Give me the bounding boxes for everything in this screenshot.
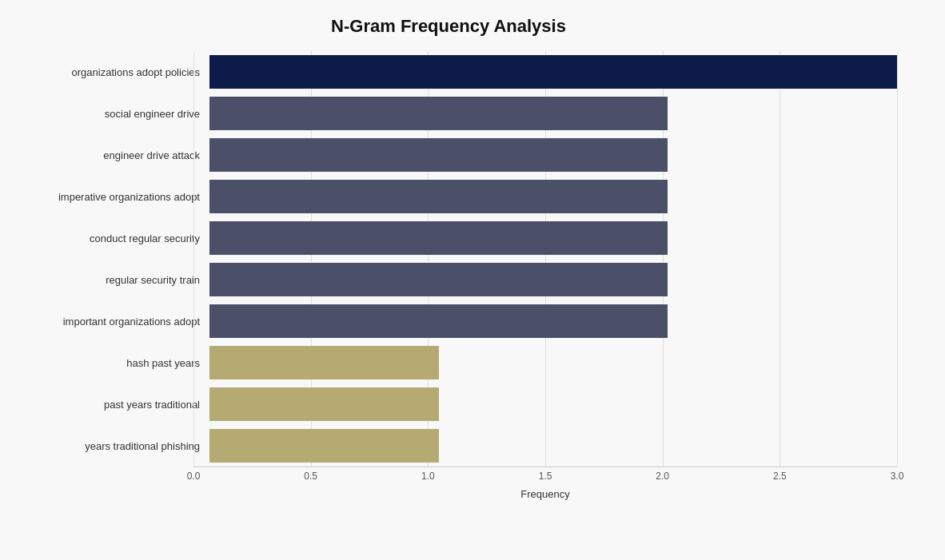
x-tick: 2.0 [656,471,669,482]
bar-row: important organizations adopt [16,300,897,342]
x-tick: 0.0 [187,471,201,482]
bar-track [209,304,897,338]
bar-label: social engineer drive [16,108,209,120]
bar-track [209,97,897,130]
bar-track [209,387,897,421]
chart-container: N-Gram Frequency Analysis organizations … [0,0,945,560]
bar [209,304,668,338]
bar [209,346,439,379]
bar-label: past years traditional [16,399,209,411]
bar-row: organizations adopt policies [16,51,897,93]
bar-label: regular security train [16,274,209,286]
bar-row: social engineer drive [16,93,897,134]
bar-label: imperative organizations adopt [16,191,209,203]
bar-track [209,180,897,213]
bar-track [209,221,897,255]
x-tick: 1.0 [421,471,435,482]
bar-label: important organizations adopt [16,316,209,328]
bar-row: past years traditional [16,383,897,425]
bar-track [209,346,897,379]
x-tick: 2.5 [773,471,787,482]
bar [209,138,668,172]
bar [209,97,668,130]
x-tick: 1.5 [539,471,552,482]
bar-row: engineer drive attack [16,134,897,176]
bars-area: organizations adopt policiessocial engin… [0,51,897,467]
bar-row: regular security train [16,259,897,300]
chart-area: organizations adopt policiessocial engin… [0,51,897,483]
bar-track [209,55,897,89]
x-axis-label: Frequency [0,488,897,500]
bar-row: hash past years [16,342,897,383]
bar [209,221,668,255]
x-tick: 0.5 [304,471,317,482]
bar-row: imperative organizations adopt [16,176,897,217]
bar-label: conduct regular security [16,232,209,244]
x-axis-area: 0.00.51.01.52.02.53.0 [0,467,897,471]
x-tick: 3.0 [891,471,904,482]
bar [209,263,668,296]
bar-label: years traditional phishing [16,440,209,452]
bar-row: conduct regular security [16,217,897,259]
bar [209,55,897,89]
bar [209,429,439,463]
grid-line [897,51,898,467]
chart-title: N-Gram Frequency Analysis [0,16,897,37]
bar-label: engineer drive attack [16,149,209,161]
x-axis-line [193,467,897,467]
bar-track [209,263,897,296]
bar [209,180,668,213]
bar-label: organizations adopt policies [16,66,209,78]
bar-label: hash past years [16,357,209,369]
bar [209,387,439,421]
bar-track [209,429,897,463]
bars-section: organizations adopt policiessocial engin… [0,51,897,467]
bar-row: years traditional phishing [16,425,897,467]
bar-track [209,138,897,172]
